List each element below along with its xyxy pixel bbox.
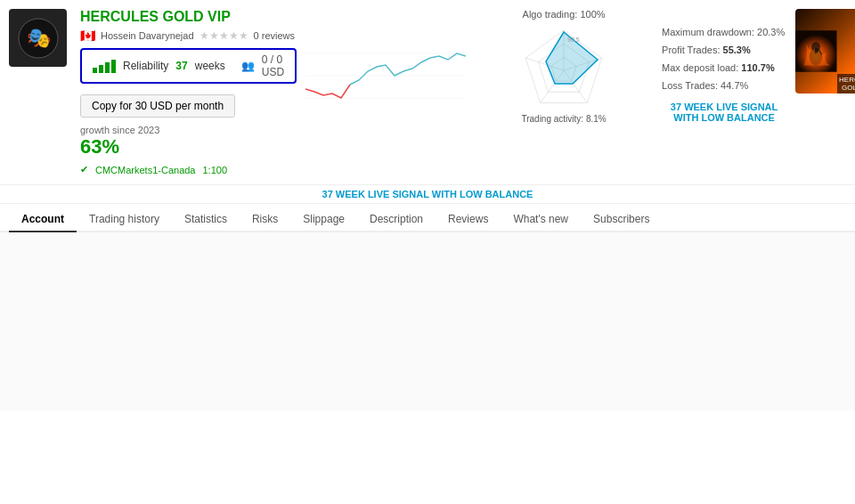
usd-badge: 0 / 0 USD <box>262 53 284 78</box>
bar2 <box>99 65 103 73</box>
top-section: 🎭 HERCULES GOLD VIP 🇨🇦 Hossein Davarynej… <box>0 0 855 185</box>
flag-icon: 🇨🇦 <box>80 28 95 43</box>
bar4 <box>111 60 116 73</box>
leverage: 1:100 <box>202 165 227 175</box>
stats-area: Maximum drawdown: 20.3% Profit Trades: 5… <box>662 9 786 175</box>
thumbnail-area: HERCULES GOLD VIP <box>795 9 855 175</box>
tab-statistics[interactable]: Statistics <box>172 207 240 232</box>
loss-trades-label: Loss Trades: 44.7% <box>662 80 748 91</box>
author-name: Hossein Davarynejad <box>101 30 194 41</box>
max-drawdown-row: Maximum drawdown: 20.3% <box>662 27 786 37</box>
growth-since: growth since 2023 <box>80 125 297 135</box>
tab-reviews[interactable]: Reviews <box>436 207 501 232</box>
reliability-label: Reliability <box>123 60 168 72</box>
growth-section: growth since 2023 63% <box>80 125 297 159</box>
tab-description[interactable]: Description <box>357 207 436 232</box>
reviews: 0 reviews <box>254 30 295 41</box>
mini-chart <box>305 27 466 125</box>
weeks-unit: weeks <box>195 60 225 72</box>
tab-whats-new[interactable]: What's new <box>501 207 581 232</box>
logo-icon: 🎭 <box>16 16 61 61</box>
logo-box: 🎭 <box>9 9 67 67</box>
tab-slippage[interactable]: Slippage <box>290 207 357 232</box>
bar3 <box>105 62 110 73</box>
content-area <box>0 232 855 411</box>
loss-trades-row: Loss Trades: 44.7% <box>662 80 786 91</box>
author-row: 🇨🇦 Hossein Davarynejad ★★★★★ 0 reviews <box>80 28 297 43</box>
tab-trading-history[interactable]: Trading history <box>77 207 172 232</box>
radar-area: Algo trading: 100% <box>475 9 653 175</box>
broker-row: ✔ CMCMarkets1-Canada 1:100 <box>80 164 297 175</box>
thumbnail-label: HERCULES GOLD VIP <box>837 74 855 93</box>
svg-text:🎭: 🎭 <box>26 26 51 50</box>
logo-area: 🎭 <box>9 9 71 175</box>
profit-trades-val: 55.3% <box>723 45 751 55</box>
radar-center: 90.5 <box>475 21 653 119</box>
max-deposit-row: Max deposit load: 110.7% <box>662 62 786 73</box>
live-signal-banner: 37 WEEK LIVE SIGNAL WITH LOW BALANCE <box>0 185 855 204</box>
bar1 <box>93 68 97 73</box>
thumbnail-svg <box>795 9 836 93</box>
live-banner: 37 WEEK LIVE SIGNAL WITH LOW BALANCE <box>662 98 786 126</box>
tabs-row: Account Trading history Statistics Risks… <box>0 207 855 232</box>
max-deposit-label: Max deposit load: <box>662 62 738 73</box>
stars: ★★★★★ <box>200 29 248 42</box>
signal-name: HERCULES GOLD VIP <box>80 9 297 25</box>
profit-trades-label: Profit Trades: <box>662 45 720 55</box>
svg-text:90.5: 90.5 <box>567 37 580 43</box>
thumbnail-image: HERCULES GOLD VIP <box>795 9 855 93</box>
max-deposit-val: 110.7% <box>741 62 774 73</box>
profit-trades-row: Profit Trades: 55.3% <box>662 45 786 55</box>
reliability-box: Reliability 37 weeks 👥 0 / 0 USD <box>80 48 297 84</box>
algo-label: Algo trading: 100% <box>475 9 653 20</box>
trading-activity-label: Trading activity: 8.1% <box>475 114 653 124</box>
growth-pct: 63% <box>80 135 297 159</box>
tab-risks[interactable]: Risks <box>240 207 290 232</box>
copy-button[interactable]: Copy for 30 USD per month <box>80 94 235 118</box>
copy-icon: 👥 <box>241 60 255 72</box>
weeks-badge: 37 <box>175 60 187 72</box>
check-icon: ✔ <box>80 164 88 175</box>
broker-name: CMCMarkets1-Canada <box>95 165 195 175</box>
tab-subscribers[interactable]: Subscribers <box>581 207 662 232</box>
info-area: HERCULES GOLD VIP 🇨🇦 Hossein Davarynejad… <box>80 9 297 175</box>
chart-svg <box>305 27 466 125</box>
radar-svg: 90.5 <box>506 21 622 119</box>
tab-account[interactable]: Account <box>9 207 77 232</box>
reliability-bars <box>93 60 116 73</box>
max-drawdown-label: Maximum drawdown: 20.3% <box>662 27 785 37</box>
